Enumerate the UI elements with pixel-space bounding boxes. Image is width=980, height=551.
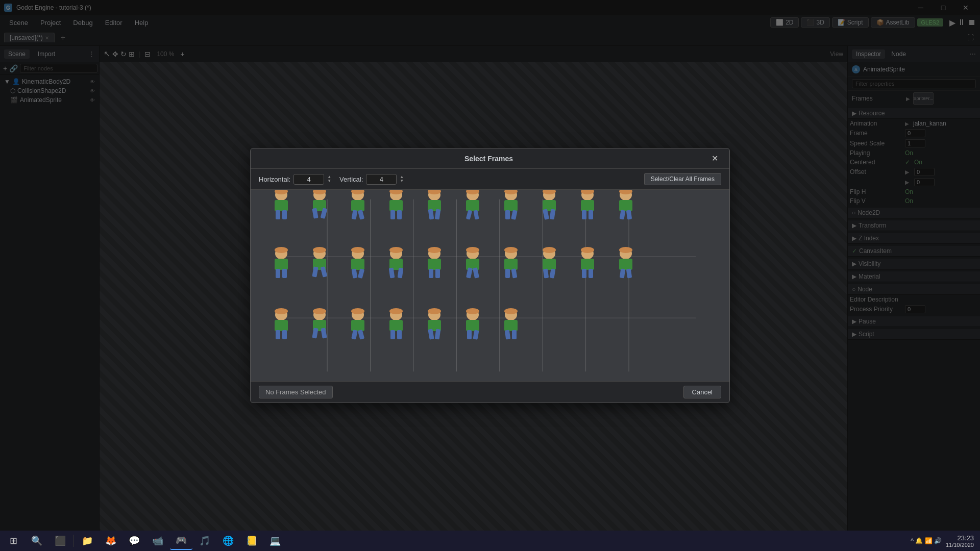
taskbar-zoom[interactable]: 📹 xyxy=(146,532,169,550)
svg-rect-43 xyxy=(505,210,510,219)
sprite-display-area xyxy=(251,190,729,381)
svg-rect-107 xyxy=(619,259,632,270)
svg-point-141 xyxy=(504,308,518,314)
svg-rect-143 xyxy=(505,330,510,340)
svg-rect-102 xyxy=(581,259,594,270)
svg-point-86 xyxy=(466,247,479,253)
taskbar-edge[interactable]: 🌐 xyxy=(217,532,239,550)
svg-rect-14 xyxy=(282,210,287,219)
svg-point-101 xyxy=(581,247,594,253)
svg-point-131 xyxy=(428,308,441,314)
svg-rect-142 xyxy=(504,320,518,331)
svg-point-96 xyxy=(543,247,556,253)
svg-rect-53 xyxy=(582,210,586,219)
svg-rect-29 xyxy=(397,210,402,219)
svg-point-106 xyxy=(619,247,632,253)
select-frames-dialog: Select Frames ✕ Horizontal: ▲ ▼ Vertical… xyxy=(250,148,730,403)
svg-rect-97 xyxy=(543,259,556,270)
task-view-button[interactable]: ⬛ xyxy=(49,532,71,550)
svg-point-126 xyxy=(389,308,403,314)
svg-rect-54 xyxy=(589,210,593,219)
svg-rect-92 xyxy=(504,259,518,270)
taskbar-explorer[interactable]: 📁 xyxy=(76,532,99,550)
svg-rect-28 xyxy=(390,210,395,219)
taskbar-spotify[interactable]: 🎵 xyxy=(193,532,216,550)
select-all-frames-button[interactable]: Select/Clear All Frames xyxy=(644,173,721,185)
svg-rect-73 xyxy=(352,268,358,278)
svg-rect-24 xyxy=(358,210,364,220)
svg-rect-42 xyxy=(504,200,518,211)
svg-rect-58 xyxy=(620,210,626,219)
svg-rect-83 xyxy=(429,269,433,278)
svg-rect-57 xyxy=(619,200,632,211)
svg-point-76 xyxy=(389,247,403,253)
taskbar-separator xyxy=(74,535,74,547)
svg-rect-139 xyxy=(473,330,479,339)
svg-rect-39 xyxy=(473,210,479,219)
taskbar-firefox[interactable]: 🦊 xyxy=(100,532,122,550)
svg-rect-13 xyxy=(276,210,280,219)
vertical-input[interactable] xyxy=(366,174,397,185)
svg-rect-114 xyxy=(282,330,287,339)
taskbar-sticky[interactable]: 📒 xyxy=(240,532,263,550)
vertical-arrows[interactable]: ▲ ▼ xyxy=(400,175,404,183)
svg-point-61 xyxy=(275,247,288,253)
svg-rect-27 xyxy=(389,200,403,211)
sprite-grid-svg xyxy=(251,190,729,381)
svg-point-81 xyxy=(428,247,441,253)
taskbar-godot[interactable]: 🎮 xyxy=(170,532,192,550)
svg-rect-127 xyxy=(389,320,403,331)
cancel-button[interactable]: Cancel xyxy=(683,386,721,398)
svg-rect-98 xyxy=(543,269,549,279)
dialog-title: Select Frames xyxy=(269,155,708,163)
horizontal-arrows[interactable]: ▲ ▼ xyxy=(327,175,331,183)
taskbar: ⊞ 🔍 ⬛ 📁 🦊 💬 📹 🎮 🎵 🌐 📒 💻 ^ 🔔 📶 🔊 23:23 11… xyxy=(0,531,980,551)
dialog-body xyxy=(251,190,729,381)
svg-rect-104 xyxy=(589,269,593,278)
dialog-overlay: Select Frames ✕ Horizontal: ▲ ▼ Vertical… xyxy=(0,0,980,551)
svg-rect-122 xyxy=(351,320,364,331)
horizontal-label: Horizontal: xyxy=(259,176,290,183)
svg-rect-44 xyxy=(511,210,518,219)
svg-point-71 xyxy=(351,247,364,253)
svg-rect-103 xyxy=(582,269,586,278)
svg-rect-109 xyxy=(626,268,632,278)
svg-rect-93 xyxy=(505,269,510,278)
svg-rect-82 xyxy=(428,259,441,270)
dialog-header: Select Frames ✕ xyxy=(251,148,729,169)
svg-rect-108 xyxy=(620,268,625,278)
svg-rect-113 xyxy=(276,330,280,339)
svg-point-116 xyxy=(313,308,326,314)
svg-rect-69 xyxy=(321,266,328,278)
svg-point-111 xyxy=(275,308,288,314)
svg-rect-62 xyxy=(275,259,288,270)
clock-date: 11/10/2020 xyxy=(946,542,974,548)
taskbar-line[interactable]: 💬 xyxy=(123,532,145,550)
svg-rect-59 xyxy=(626,210,632,219)
horizontal-control: Horizontal: ▲ ▼ xyxy=(259,174,331,185)
svg-rect-72 xyxy=(351,259,364,270)
svg-rect-12 xyxy=(275,200,288,211)
no-frames-label: No Frames Selected xyxy=(259,386,333,398)
clock: 23:23 11/10/2020 xyxy=(946,534,974,548)
search-button[interactable]: 🔍 xyxy=(26,532,48,550)
svg-point-91 xyxy=(504,247,518,253)
svg-rect-74 xyxy=(358,268,364,279)
dialog-close-button[interactable]: ✕ xyxy=(708,153,721,164)
taskbar-terminal[interactable]: 💻 xyxy=(264,532,286,550)
svg-point-66 xyxy=(313,247,326,253)
svg-rect-38 xyxy=(466,210,472,219)
start-button[interactable]: ⊞ xyxy=(2,532,24,550)
svg-point-136 xyxy=(466,308,479,314)
svg-rect-37 xyxy=(466,200,479,211)
svg-rect-99 xyxy=(549,268,555,278)
svg-rect-124 xyxy=(358,330,364,340)
svg-rect-128 xyxy=(390,330,395,339)
svg-rect-112 xyxy=(275,320,288,331)
svg-rect-123 xyxy=(351,330,358,339)
horizontal-input[interactable] xyxy=(293,174,324,185)
vertical-control: Vertical: ▲ ▼ xyxy=(339,174,404,185)
svg-rect-138 xyxy=(467,330,472,339)
svg-rect-22 xyxy=(351,200,364,211)
svg-rect-137 xyxy=(466,320,479,331)
